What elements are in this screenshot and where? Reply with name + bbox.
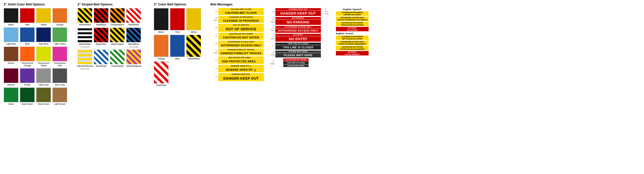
solid-color-item: Brown (4, 47, 18, 67)
color-swatch[interactable] (4, 8, 18, 23)
stripe-swatch[interactable] (94, 28, 108, 42)
bilingual-line2: NETTOYAGE EN COURS (336, 38, 368, 40)
message-row: 3"X/ra NO ENTRY NO ENTRY (268, 34, 321, 42)
color-swatch[interactable] (4, 27, 18, 42)
msg-size: 2" (210, 11, 217, 13)
color3-swatch[interactable] (170, 35, 185, 57)
stripe-swatch[interactable] (78, 50, 92, 64)
color-swatch[interactable] (20, 8, 35, 23)
color-label: Olive Green (38, 103, 50, 105)
bilingual-item: NO ENTRY ACCÈS INTERDIT (336, 51, 368, 55)
bilingual-item: AUTHORIZED ACCESS ONLY ACCÈS AUTORISE UN… (336, 41, 368, 45)
color-swatch[interactable] (20, 68, 35, 83)
bilingual-line1: AUTHORIZED ACCESS ONLY (336, 17, 368, 19)
stripe-swatch[interactable] (94, 50, 108, 64)
color-swatch[interactable] (36, 87, 51, 102)
color-swatch[interactable] (20, 27, 35, 42)
msg-belt: OUT OF SERVICE OUT OF SERVICE (218, 24, 264, 32)
color-swatch[interactable] (52, 87, 67, 102)
msg-size: 3"X/ra (210, 17, 217, 22)
color-swatch[interactable] (52, 27, 67, 42)
msg-large-text: OUT OF SERVICE (218, 26, 264, 32)
bilingual-line2: ACCESO AUTORIZADO SOLAMENTE (336, 19, 368, 21)
stripe-swatch[interactable] (126, 50, 141, 64)
message-row: 2" CAUTION-WET FLOOR CAUTION-WET FLOOR (210, 8, 264, 15)
msg-belt: THIS LINE IS CLOSED THIS LINE IS CLOSED (275, 43, 321, 50)
msg-size: 2" (210, 68, 217, 70)
stripe-label: Orange/Black (111, 24, 124, 26)
color-label: Maroon (8, 84, 15, 86)
stripe-swatch[interactable] (78, 8, 92, 23)
bilingual-line1: CLEANING IN PROGRESS (336, 36, 368, 38)
color-swatch[interactable] (4, 47, 18, 61)
stripe-item: Yellow/Magenta (126, 50, 141, 70)
color-swatch[interactable] (36, 8, 51, 23)
color-swatch[interactable] (36, 68, 51, 83)
color-swatch[interactable] (20, 47, 35, 61)
stripe-swatch[interactable] (110, 28, 125, 42)
msg-size: 3"X/ra (210, 50, 217, 54)
color3-swatch[interactable] (170, 8, 185, 30)
color-swatch[interactable] (36, 27, 51, 42)
color3-swatch[interactable] (186, 35, 201, 57)
color-swatch[interactable] (36, 47, 51, 61)
msg-small-text: ESD PROTECTED AREA ⚡ (218, 56, 264, 59)
msg-belt: AUTHORIZED ACCESS ONLY AUTHORIZED ACCESS… (275, 26, 321, 33)
color3-item: Black (154, 8, 168, 33)
stripe-label: Black/WhiteHorizontal (79, 43, 91, 48)
msg-large-text: ESD PROTECTED AREA ⚡ (218, 59, 264, 64)
stripe-swatch[interactable] (126, 8, 141, 23)
solid-color-item: Light Brown (52, 87, 67, 105)
color3-swatch[interactable] (186, 8, 201, 30)
color-swatch[interactable] (20, 87, 35, 102)
msg-small-text: NO PARKING (275, 17, 321, 19)
message-row: 2" BEWARE OPEN PIT △ BEWARE OPEN PIT △ (210, 65, 264, 72)
color-label: Brown (8, 62, 14, 64)
msg-belt: NO PARKING NO PARKING (275, 17, 321, 25)
solid-color-item: Light Gray (36, 68, 51, 86)
color-swatch[interactable] (4, 68, 18, 83)
stripe-label: Black/BlueHorizontal (128, 43, 139, 48)
color-swatch[interactable] (52, 47, 67, 61)
color-swatch[interactable] (52, 68, 67, 83)
msg-small-text: NO ENTRY (275, 34, 321, 36)
stripe-swatch[interactable] (126, 28, 141, 42)
stripe-label: Yellow/ReflectiveHorizontal (76, 65, 93, 70)
stripe-swatch[interactable] (110, 8, 125, 23)
stripe-swatch[interactable] (78, 28, 92, 42)
belt-messages-title: Belt Messages (210, 3, 640, 6)
small-only-belt: CAUTION-DO NOT ENTERTHIS LINE IS CLOSEDP… (283, 58, 308, 67)
stripe-grid: Yellow/Black Red/Black Orange/Black Red/… (78, 8, 149, 70)
solid-color-item: Light Green (52, 27, 67, 45)
color3-swatch[interactable] (154, 61, 168, 84)
bilingual-line2: ACCÈS AUTORISE UNIQUEMENT (336, 43, 368, 45)
msg-small-text: CLEANING IN PROGRESS (218, 16, 264, 18)
color-swatch[interactable] (52, 8, 67, 23)
color3-swatch[interactable] (154, 8, 168, 30)
solid-color-item: Yellow (36, 8, 51, 26)
msg-small-text: AUTHORIZED ACCESS ONLY (218, 41, 264, 43)
color3-label: Red (176, 31, 180, 33)
solid-color-item: Light Blue (4, 27, 18, 45)
color-swatch[interactable] (4, 87, 18, 102)
msg-small-text: DANGER-FORKLIFT TRUCKS (218, 49, 264, 51)
msg-large-text: DANGER-KEEP OUT (218, 76, 264, 81)
solid-color-item: Maroon (4, 68, 18, 86)
bilingual-lang-label: English / Spanish (336, 8, 368, 11)
color3-item: Red (170, 8, 185, 33)
stripe-swatch[interactable] (110, 50, 125, 64)
msg-belt: ESD PROTECTED AREA ⚡ ESD PROTECTED AREA … (218, 56, 264, 64)
message-row: 2" ESD PROTECTED AREA ⚡ ESD PROTECTED AR… (210, 56, 264, 64)
msg-belt: DANGER-KEEP OUT DANGER-KEEP OUT (275, 8, 321, 16)
solid-color-item: Olive Green (36, 87, 51, 105)
solid-color-item: Blue (20, 27, 35, 45)
message-row: 2" DANGER-KEEP OUT DANGER-KEEP OUT (268, 8, 321, 16)
bilingual-separator: English / French (336, 32, 368, 35)
msg-large-text: CAUTION-DO NOT ENTER (218, 35, 264, 40)
stripe-swatch[interactable] (94, 8, 108, 23)
color3-item: Orange (154, 35, 168, 60)
msg-size: 3"X/ra (268, 36, 274, 40)
color3-swatch[interactable] (154, 35, 168, 57)
msg-size: 2" (268, 11, 274, 13)
msg-large-text: NO PARKING (275, 20, 321, 25)
